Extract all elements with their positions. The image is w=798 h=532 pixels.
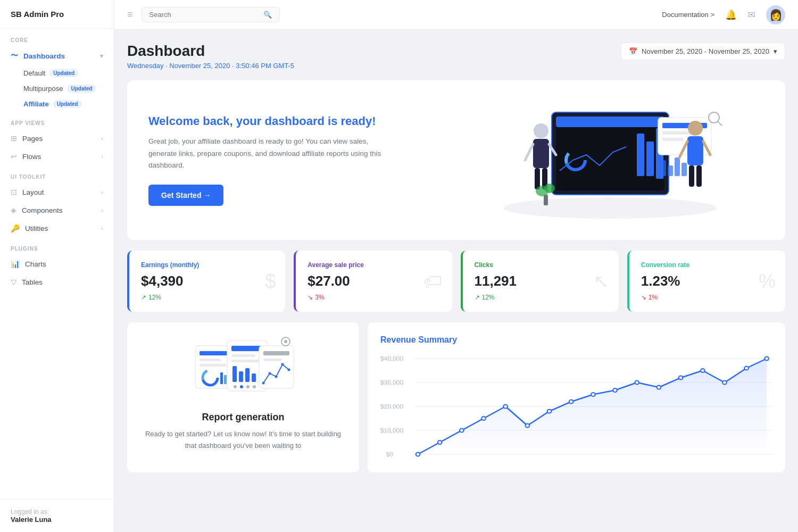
badge-updated-default: Updated	[49, 69, 78, 77]
svg-rect-27	[689, 165, 694, 187]
stat-label-avg-price: Average sale price	[307, 261, 440, 269]
svg-text:$10,000: $10,000	[380, 427, 403, 434]
svg-rect-43	[231, 346, 263, 351]
svg-rect-24	[687, 136, 703, 165]
stat-change-avg-price: ↘ 3%	[307, 294, 440, 301]
svg-text:$0: $0	[386, 451, 393, 458]
sidebar-item-tables[interactable]: ▽ Tables	[0, 273, 114, 291]
sidebar-item-flows[interactable]: ↩ Flows ›	[0, 147, 114, 165]
svg-rect-37	[200, 364, 226, 367]
flows-icon: ↩	[11, 152, 17, 161]
svg-rect-31	[544, 195, 548, 205]
welcome-heading: Welcome back, your dashboard is ready!	[148, 114, 456, 128]
stat-change-value-conversion: 1%	[649, 294, 658, 301]
badge-updated-multipurpose: Updated	[67, 85, 96, 93]
sidebar-footer: Logged in as: Valerie Luna	[0, 499, 114, 532]
search-icon: 🔍	[263, 11, 272, 19]
sidebar-sub-affiliate[interactable]: Affiliate Updated	[0, 96, 114, 112]
sidebar-item-utilities[interactable]: 🔑 Utilities ›	[0, 219, 114, 237]
page-title-block: Dashboard Wednesday · November 25, 2020 …	[127, 43, 294, 70]
svg-rect-12	[662, 138, 684, 141]
search-box[interactable]: 🔍	[142, 7, 280, 22]
chevron-right-layout-icon: ›	[101, 189, 103, 195]
stat-change-clicks: ↗ 12%	[475, 294, 607, 301]
sidebar-item-pages[interactable]: ⊞ Pages ›	[0, 129, 114, 147]
section-label-plugins: PLUGINS	[0, 237, 114, 255]
svg-point-60	[281, 363, 284, 366]
sidebar-sub-multipurpose[interactable]: Multipurpose Updated	[0, 81, 114, 96]
stat-icon-conversion: %	[759, 270, 776, 293]
arrow-down-icon-price: ↘	[307, 294, 313, 301]
svg-rect-14	[668, 165, 673, 176]
stat-icon-clicks: ↖	[593, 270, 609, 293]
svg-line-30	[718, 122, 722, 126]
svg-rect-46	[232, 366, 237, 382]
svg-point-53	[253, 385, 256, 388]
doc-link[interactable]: Documentation >	[662, 11, 714, 19]
svg-point-74	[416, 453, 420, 456]
sidebar-sub-default[interactable]: Default Updated	[0, 65, 114, 81]
svg-rect-49	[252, 373, 256, 382]
sidebar-item-charts[interactable]: 📊 Charts	[0, 255, 114, 273]
logged-in-label: Logged in as:	[11, 508, 49, 516]
dashboard-illustration	[498, 102, 722, 219]
welcome-text-block: Welcome back, your dashboard is ready! G…	[148, 114, 456, 206]
sidebar-utilities-label: Utilities	[25, 225, 48, 232]
chevron-down-date-icon: ▾	[774, 47, 777, 55]
svg-point-59	[275, 376, 278, 378]
svg-rect-4	[646, 142, 654, 176]
page-header: Dashboard Wednesday · November 25, 2020 …	[127, 43, 785, 70]
components-icon: ◈	[11, 206, 16, 214]
get-started-button[interactable]: Get Started →	[148, 185, 223, 206]
svg-rect-35	[200, 351, 228, 355]
revenue-title: Revenue Summary	[380, 335, 772, 345]
svg-point-89	[744, 367, 749, 370]
revenue-chart-area: $40,000 $30,000 $20,000 $10,000 $0	[380, 353, 772, 460]
report-svg	[190, 335, 296, 399]
calendar-icon: 📅	[629, 47, 637, 55]
stat-value-conversion: 1.23%	[641, 273, 774, 289]
search-input[interactable]	[149, 11, 259, 19]
svg-point-29	[709, 112, 719, 123]
svg-point-61	[288, 369, 290, 371]
svg-rect-36	[200, 359, 221, 361]
svg-point-33	[544, 184, 555, 193]
svg-rect-15	[675, 157, 680, 176]
mail-icon[interactable]: ✉	[747, 9, 755, 21]
chevron-right-pages-icon: ›	[101, 135, 103, 142]
sub-label-default: Default	[23, 69, 45, 77]
section-label-uitoolkit: UI TOOLKIT	[0, 165, 114, 183]
svg-point-79	[526, 424, 530, 428]
svg-text:$20,000: $20,000	[380, 403, 403, 410]
svg-point-78	[503, 405, 508, 409]
avatar[interactable]: 👩	[766, 5, 785, 24]
notification-bell-icon[interactable]: 🔔	[725, 9, 737, 21]
svg-point-76	[460, 429, 464, 433]
stat-label-earnings: Earnings (monthly)	[141, 261, 273, 269]
chart-icon: 〜	[11, 51, 18, 61]
stat-card-earnings: Earnings (monthly) $4,390 ↗ 12% $	[127, 251, 285, 312]
svg-point-51	[240, 385, 243, 388]
sidebar-components-label: Components	[22, 206, 63, 214]
svg-rect-16	[681, 163, 687, 176]
sidebar: SB Admin Pro CORE 〜 Dashboards ▾ Default…	[0, 0, 114, 532]
stat-change-conversion: ↘ 1%	[641, 294, 774, 301]
tables-icon: ▽	[11, 278, 16, 286]
svg-rect-3	[637, 134, 644, 176]
brand-name: SB Admin Pro	[11, 10, 64, 19]
sidebar-layout-label: Layout	[22, 188, 44, 196]
sidebar-item-layout[interactable]: ⊡ Layout ›	[0, 183, 114, 201]
svg-rect-6	[556, 117, 664, 127]
stat-change-earnings: ↗ 12%	[141, 294, 273, 301]
report-body: Ready to get started? Let us know now! I…	[140, 428, 346, 452]
chevron-right-flows-icon: ›	[101, 153, 103, 160]
svg-rect-40	[220, 372, 223, 384]
layout-icon: ⊡	[11, 188, 17, 196]
menu-toggle-icon[interactable]: ≡	[127, 9, 133, 20]
sidebar-item-components[interactable]: ◈ Components ›	[0, 201, 114, 219]
sidebar-item-dashboards[interactable]: 〜 Dashboards ▾	[0, 46, 114, 65]
revenue-chart-svg: $40,000 $30,000 $20,000 $10,000 $0	[380, 353, 772, 460]
report-generation-card: Report generation Ready to get started? …	[127, 322, 359, 472]
pages-icon: ⊞	[11, 134, 17, 143]
date-range-picker[interactable]: 📅 November 25, 2020 - November 25, 2020 …	[621, 43, 785, 60]
